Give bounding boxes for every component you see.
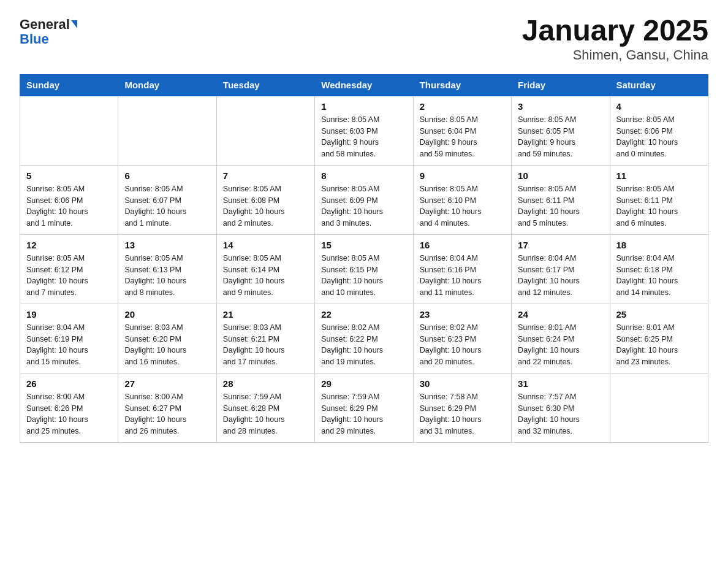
day-info: Sunrise: 8:04 AMSunset: 6:18 PMDaylight:… xyxy=(616,253,702,299)
calendar-cell: 21Sunrise: 8:03 AMSunset: 6:21 PMDayligh… xyxy=(216,304,314,373)
calendar-cell: 27Sunrise: 8:00 AMSunset: 6:27 PMDayligh… xyxy=(118,373,216,442)
page-header: General Blue January 2025 Shimen, Gansu,… xyxy=(20,15,708,63)
week-row-2: 5Sunrise: 8:05 AMSunset: 6:06 PMDaylight… xyxy=(20,165,708,234)
calendar-cell: 5Sunrise: 8:05 AMSunset: 6:06 PMDaylight… xyxy=(20,165,118,234)
logo-general-text: General xyxy=(20,17,77,32)
day-info: Sunrise: 8:05 AMSunset: 6:14 PMDaylight:… xyxy=(223,253,308,299)
day-info: Sunrise: 8:03 AMSunset: 6:20 PMDaylight:… xyxy=(124,322,210,368)
day-info: Sunrise: 8:02 AMSunset: 6:23 PMDaylight:… xyxy=(420,322,505,368)
calendar-cell: 12Sunrise: 8:05 AMSunset: 6:12 PMDayligh… xyxy=(20,234,118,304)
day-number: 8 xyxy=(321,170,406,181)
day-number: 14 xyxy=(223,240,308,250)
logo-triangle-icon xyxy=(71,20,77,28)
day-info: Sunrise: 8:05 AMSunset: 6:13 PMDaylight:… xyxy=(124,253,210,299)
header-sunday: Sunday xyxy=(20,74,118,96)
day-number: 24 xyxy=(518,309,603,320)
header-tuesday: Tuesday xyxy=(216,74,314,96)
day-number: 10 xyxy=(518,170,603,181)
calendar-cell: 20Sunrise: 8:03 AMSunset: 6:20 PMDayligh… xyxy=(118,304,216,373)
day-info: Sunrise: 8:05 AMSunset: 6:11 PMDaylight:… xyxy=(518,183,603,229)
day-number: 16 xyxy=(420,240,505,250)
day-info: Sunrise: 8:02 AMSunset: 6:22 PMDaylight:… xyxy=(321,322,406,368)
calendar-cell xyxy=(610,373,708,442)
calendar-subtitle: Shimen, Gansu, China xyxy=(522,47,708,63)
day-info: Sunrise: 8:05 AMSunset: 6:04 PMDaylight:… xyxy=(420,114,505,160)
day-number: 15 xyxy=(321,240,406,250)
calendar-cell: 15Sunrise: 8:05 AMSunset: 6:15 PMDayligh… xyxy=(315,234,413,304)
day-number: 25 xyxy=(616,309,702,320)
day-number: 18 xyxy=(616,240,702,250)
day-info: Sunrise: 8:05 AMSunset: 6:11 PMDaylight:… xyxy=(616,183,702,229)
day-info: Sunrise: 8:00 AMSunset: 6:27 PMDaylight:… xyxy=(124,391,210,437)
calendar-title: January 2025 xyxy=(522,15,708,47)
day-number: 26 xyxy=(26,378,112,389)
calendar-cell: 13Sunrise: 8:05 AMSunset: 6:13 PMDayligh… xyxy=(118,234,216,304)
logo: General Blue xyxy=(20,17,77,47)
day-info: Sunrise: 8:05 AMSunset: 6:06 PMDaylight:… xyxy=(26,183,112,229)
day-number: 12 xyxy=(26,240,112,250)
header-wednesday: Wednesday xyxy=(315,74,413,96)
calendar-cell: 19Sunrise: 8:04 AMSunset: 6:19 PMDayligh… xyxy=(20,304,118,373)
day-info: Sunrise: 8:05 AMSunset: 6:12 PMDaylight:… xyxy=(26,253,112,299)
day-number: 31 xyxy=(518,378,603,389)
day-number: 7 xyxy=(223,170,308,181)
day-number: 19 xyxy=(26,309,112,320)
day-info: Sunrise: 8:01 AMSunset: 6:24 PMDaylight:… xyxy=(518,322,603,368)
day-number: 6 xyxy=(124,170,210,181)
calendar-cell: 9Sunrise: 8:05 AMSunset: 6:10 PMDaylight… xyxy=(413,165,511,234)
day-number: 17 xyxy=(518,240,603,250)
day-info: Sunrise: 8:05 AMSunset: 6:05 PMDaylight:… xyxy=(518,114,603,160)
calendar-table: SundayMondayTuesdayWednesdayThursdayFrid… xyxy=(20,74,708,443)
header-friday: Friday xyxy=(512,74,610,96)
day-info: Sunrise: 8:05 AMSunset: 6:08 PMDaylight:… xyxy=(223,183,308,229)
day-number: 20 xyxy=(124,309,210,320)
calendar-cell: 1Sunrise: 8:05 AMSunset: 6:03 PMDaylight… xyxy=(315,96,413,166)
calendar-cell: 29Sunrise: 7:59 AMSunset: 6:29 PMDayligh… xyxy=(315,373,413,442)
day-info: Sunrise: 8:05 AMSunset: 6:07 PMDaylight:… xyxy=(124,183,210,229)
calendar-cell: 17Sunrise: 8:04 AMSunset: 6:17 PMDayligh… xyxy=(512,234,610,304)
day-info: Sunrise: 8:05 AMSunset: 6:06 PMDaylight:… xyxy=(616,114,702,160)
day-info: Sunrise: 8:04 AMSunset: 6:19 PMDaylight:… xyxy=(26,322,112,368)
calendar-cell: 3Sunrise: 8:05 AMSunset: 6:05 PMDaylight… xyxy=(512,96,610,166)
header-monday: Monday xyxy=(118,74,216,96)
calendar-cell: 23Sunrise: 8:02 AMSunset: 6:23 PMDayligh… xyxy=(413,304,511,373)
day-info: Sunrise: 8:03 AMSunset: 6:21 PMDaylight:… xyxy=(223,322,308,368)
day-info: Sunrise: 8:00 AMSunset: 6:26 PMDaylight:… xyxy=(26,391,112,437)
day-info: Sunrise: 8:04 AMSunset: 6:17 PMDaylight:… xyxy=(518,253,603,299)
week-row-5: 26Sunrise: 8:00 AMSunset: 6:26 PMDayligh… xyxy=(20,373,708,442)
header-saturday: Saturday xyxy=(610,74,708,96)
week-row-3: 12Sunrise: 8:05 AMSunset: 6:12 PMDayligh… xyxy=(20,234,708,304)
day-info: Sunrise: 8:05 AMSunset: 6:10 PMDaylight:… xyxy=(420,183,505,229)
calendar-cell: 18Sunrise: 8:04 AMSunset: 6:18 PMDayligh… xyxy=(610,234,708,304)
calendar-cell: 22Sunrise: 8:02 AMSunset: 6:22 PMDayligh… xyxy=(315,304,413,373)
calendar-cell: 25Sunrise: 8:01 AMSunset: 6:25 PMDayligh… xyxy=(610,304,708,373)
calendar-cell: 2Sunrise: 8:05 AMSunset: 6:04 PMDaylight… xyxy=(413,96,511,166)
calendar-cell: 4Sunrise: 8:05 AMSunset: 6:06 PMDaylight… xyxy=(610,96,708,166)
day-number: 23 xyxy=(420,309,505,320)
day-number: 3 xyxy=(518,101,603,112)
calendar-cell: 11Sunrise: 8:05 AMSunset: 6:11 PMDayligh… xyxy=(610,165,708,234)
day-number: 1 xyxy=(321,101,406,112)
day-number: 30 xyxy=(420,378,505,389)
day-info: Sunrise: 8:05 AMSunset: 6:09 PMDaylight:… xyxy=(321,183,406,229)
day-number: 28 xyxy=(223,378,308,389)
day-number: 9 xyxy=(420,170,505,181)
day-info: Sunrise: 7:59 AMSunset: 6:28 PMDaylight:… xyxy=(223,391,308,437)
day-number: 21 xyxy=(223,309,308,320)
week-row-4: 19Sunrise: 8:04 AMSunset: 6:19 PMDayligh… xyxy=(20,304,708,373)
logo-blue-text: Blue xyxy=(20,32,49,47)
day-info: Sunrise: 8:05 AMSunset: 6:03 PMDaylight:… xyxy=(321,114,406,160)
day-info: Sunrise: 8:05 AMSunset: 6:15 PMDaylight:… xyxy=(321,253,406,299)
week-row-1: 1Sunrise: 8:05 AMSunset: 6:03 PMDaylight… xyxy=(20,96,708,166)
calendar-cell: 14Sunrise: 8:05 AMSunset: 6:14 PMDayligh… xyxy=(216,234,314,304)
calendar-header-row: SundayMondayTuesdayWednesdayThursdayFrid… xyxy=(20,74,708,96)
day-number: 13 xyxy=(124,240,210,250)
day-number: 11 xyxy=(616,170,702,181)
calendar-cell: 6Sunrise: 8:05 AMSunset: 6:07 PMDaylight… xyxy=(118,165,216,234)
day-number: 27 xyxy=(124,378,210,389)
calendar-cell: 16Sunrise: 8:04 AMSunset: 6:16 PMDayligh… xyxy=(413,234,511,304)
calendar-cell: 8Sunrise: 8:05 AMSunset: 6:09 PMDaylight… xyxy=(315,165,413,234)
day-info: Sunrise: 7:59 AMSunset: 6:29 PMDaylight:… xyxy=(321,391,406,437)
day-info: Sunrise: 7:57 AMSunset: 6:30 PMDaylight:… xyxy=(518,391,603,437)
day-number: 22 xyxy=(321,309,406,320)
